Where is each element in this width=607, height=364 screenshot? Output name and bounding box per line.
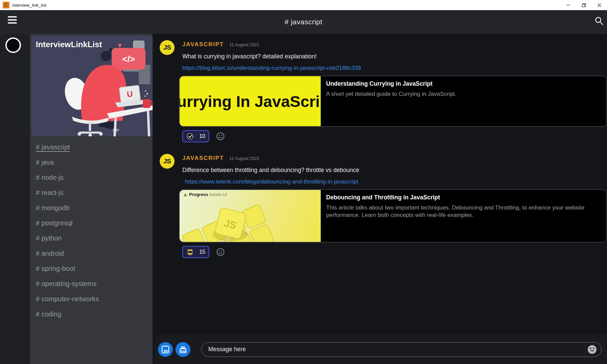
reactions-row: 15	[182, 246, 607, 258]
channel-item-computer-networks[interactable]: # computer-networks	[36, 291, 153, 307]
js-avatar: JS	[160, 40, 175, 55]
minimize-button[interactable]	[560, 0, 576, 10]
reaction-count: 10	[199, 133, 205, 139]
restore-button[interactable]	[576, 0, 591, 10]
minimize-icon	[566, 3, 570, 7]
doge-sunglasses-icon	[186, 248, 194, 256]
channel-item-spring-boot[interactable]: # spring-boot	[36, 261, 153, 276]
app-header: # javascript	[0, 10, 607, 34]
channel-item-javascript[interactable]: # javascript	[36, 140, 153, 155]
app-window: interview_link_list # javas	[0, 0, 607, 364]
embed-thumbnail: Currying In JavaScript	[180, 76, 321, 126]
message-date: 11 August 2021	[229, 42, 259, 47]
brand-title: InterviewLinkList	[36, 40, 102, 49]
link-embed[interactable]: Progress Kendo UI	[179, 189, 607, 243]
smiley-icon	[216, 132, 225, 141]
embed-thumbnail: Progress Kendo UI	[180, 190, 321, 242]
embed-body: Understanding Currying in JavaScript A s…	[321, 76, 606, 126]
channel-sidebar: </>	[30, 34, 153, 364]
embed-title[interactable]: Debouncing and Throttling in JavaScript	[326, 194, 601, 201]
embed-description: This article talks about two important t…	[326, 204, 601, 219]
reaction-doge[interactable]: 15	[182, 246, 209, 258]
embed-title[interactable]: Understanding Currying in JavaScript	[326, 80, 601, 87]
channel-item-java[interactable]: # java	[36, 155, 153, 170]
message: JS JAVASCRIPT 11 August 2021 Difference …	[160, 154, 607, 258]
channel-item-react-js[interactable]: # react-js	[36, 185, 153, 200]
js-avatar: JS	[160, 154, 175, 169]
brand-illustration: </>	[31, 36, 153, 136]
os-titlebar: interview_link_list	[0, 0, 607, 10]
user-avatar[interactable]	[5, 37, 21, 53]
reaction-count: 15	[199, 249, 205, 255]
close-icon	[597, 3, 602, 7]
check-badge-icon	[186, 133, 194, 140]
channel-list: # javascript # java # node-js # react-js…	[30, 140, 153, 322]
message-text: Difference between throttling and deboun…	[182, 167, 607, 174]
channel-item-coding[interactable]: # coding	[36, 307, 153, 322]
search-icon	[594, 16, 604, 27]
embed-body: Debouncing and Throttling in JavaScript …	[321, 190, 606, 242]
channel-item-android[interactable]: # android	[36, 246, 153, 261]
message-input[interactable]	[208, 345, 587, 353]
kendo-brand: Progress Kendo UI	[183, 192, 227, 197]
window-controls	[560, 0, 607, 10]
emoji-icon	[587, 344, 597, 355]
message-link[interactable]: https://blog.bitsrc.io/understanding-cur…	[182, 65, 361, 72]
embed-description: A short yet detailed guide to Currying i…	[326, 90, 601, 98]
message: JS JAVASCRIPT 11 August 2021 What is cur…	[160, 40, 607, 142]
svg-text:U: U	[126, 89, 133, 99]
add-reaction-button[interactable]	[216, 132, 225, 141]
server-rail	[0, 34, 30, 364]
author-row: JAVASCRIPT 11 August 2021	[182, 154, 607, 162]
channel-item-operating-systems[interactable]: # operating-systems	[36, 276, 153, 291]
restore-icon	[582, 3, 586, 7]
channel-item-mongodb[interactable]: # mongodb	[36, 200, 153, 216]
close-button[interactable]	[591, 0, 607, 10]
image-icon	[161, 345, 170, 354]
brand-primary: Progress	[189, 192, 208, 197]
brand-banner: </>	[31, 36, 153, 136]
message-link[interactable]: https://www.telerik.com/blogs/debouncing…	[185, 178, 358, 185]
window-title: interview_link_list	[12, 3, 46, 8]
app-icon	[3, 2, 9, 8]
channel-item-postgresql[interactable]: # postgresql	[36, 216, 153, 231]
add-reaction-button[interactable]	[216, 248, 225, 256]
brand-secondary: Kendo UI	[209, 192, 227, 197]
upload-image-button[interactable]	[158, 342, 173, 357]
author-row: JAVASCRIPT 11 August 2021	[182, 40, 607, 48]
hamburger-icon	[8, 16, 17, 18]
chat-area: JS JAVASCRIPT 11 August 2021 What is cur…	[153, 34, 607, 364]
message-text: What is currying in javascript? detailed…	[182, 53, 607, 60]
reactions-row: 10	[182, 130, 607, 142]
progress-logo-icon	[183, 192, 188, 197]
author-name[interactable]: JAVASCRIPT	[182, 41, 224, 48]
message-input-wrap	[201, 342, 602, 357]
reaction-check-badge[interactable]: 10	[182, 130, 209, 142]
gift-button[interactable]	[176, 342, 190, 357]
channel-item-node-js[interactable]: # node-js	[36, 170, 153, 185]
message-list: JS JAVASCRIPT 11 August 2021 What is cur…	[153, 34, 607, 258]
search-button[interactable]	[594, 16, 604, 28]
message-date: 11 August 2021	[229, 156, 259, 161]
composer-bar	[155, 335, 607, 364]
svg-text:</>: </>	[122, 54, 135, 64]
embed-image-text: Currying In JavaScript	[180, 92, 321, 111]
gift-icon	[179, 345, 187, 354]
channel-header-title: # javascript	[0, 18, 607, 26]
channel-item-python[interactable]: # python	[36, 231, 153, 246]
smiley-icon	[216, 248, 225, 256]
author-name[interactable]: JAVASCRIPT	[182, 155, 224, 162]
link-embed[interactable]: Currying In JavaScript Understanding Cur…	[179, 76, 607, 127]
emoji-picker-button[interactable]	[587, 344, 597, 355]
keyboard-graphic: JS	[180, 190, 321, 242]
